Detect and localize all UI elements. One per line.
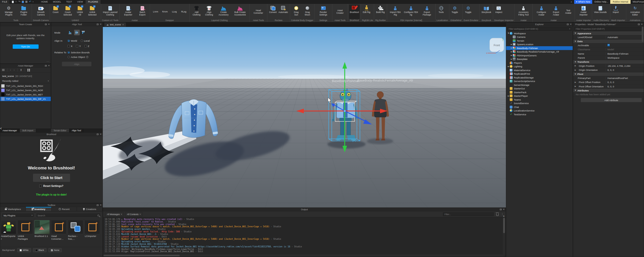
new-file-icon[interactable]: [12, 1, 14, 3]
ribbon-button-edit-rig[interactable]: LITEEdit Rig: [362, 5, 371, 19]
collapse-panel-icon[interactable]: ‹: [0, 126, 2, 131]
asset-item[interactable]: TXT_LCL_Jacket_Denim_001_DIF_V1: [0, 97, 51, 101]
tree-item-soundservice[interactable]: ♪SoundService: [506, 102, 573, 105]
float-icon[interactable]: [638, 24, 640, 25]
tree-item-starterplayer[interactable]: ▶StarterPlayer: [506, 94, 573, 98]
close-icon[interactable]: ✕: [48, 65, 50, 67]
background-none-button[interactable]: None: [48, 248, 62, 252]
axis-y-checkbox[interactable]: [76, 45, 78, 47]
tree-item-chat[interactable]: Chat: [506, 105, 573, 109]
tree-item-serverstorage[interactable]: ServerStorage: [506, 83, 573, 87]
dock-tab-bulk-import[interactable]: Bulk Import: [20, 129, 36, 132]
ribbon-button-test-avatar[interactable]: Test Avatar: [563, 5, 574, 19]
property-value[interactable]: HumanoidRootPart: [606, 77, 644, 79]
tree-item-workspace[interactable]: ▼Workspace: [506, 31, 573, 35]
plugin-tile[interactable]: Brushtool 2.1: [34, 220, 50, 241]
dock-tab-terrain-editor[interactable]: Terrain Editor: [51, 129, 69, 132]
output-filter-input[interactable]: [444, 213, 492, 216]
add-attribute-button[interactable]: Add Attribute: [581, 98, 642, 102]
close-icon[interactable]: ✕: [570, 23, 572, 25]
ribbon-button-drag-moon[interactable]: Drag Moon: [302, 5, 313, 19]
tree-item-camera[interactable]: Camera: [506, 35, 573, 39]
close-icon[interactable]: ✕: [48, 23, 50, 25]
close-icon[interactable]: ✕: [100, 133, 102, 135]
close-icon[interactable]: ✕: [100, 204, 102, 206]
ribbon-button-convert[interactable]: Convert: [268, 5, 277, 19]
ribbon-button-plugins-folder[interactable]: Plugins Folder: [17, 5, 31, 19]
search-input[interactable]: [38, 214, 97, 217]
chevron-open-icon[interactable]: ▼: [507, 32, 510, 34]
plugin-tile[interactable]: Reclass - free,…: [68, 220, 83, 241]
property-section-appearance[interactable]: ▼Appearance: [573, 31, 644, 35]
tree-item-startergui[interactable]: StarterGui: [506, 87, 573, 91]
tree-item-starterpack[interactable]: StarterPack: [506, 90, 573, 94]
explorer-filter-input[interactable]: [509, 28, 569, 30]
ribbon-button-unlink-selected[interactable]: +Unlink Selected: [85, 5, 100, 19]
property-value[interactable]: Workspace: [606, 56, 644, 59]
viewport[interactable]: ☁ test_scene ✕: [103, 22, 506, 207]
ribbon-button-larm[interactable]: LArm: [151, 5, 160, 19]
recently-added-header[interactable]: Recently Added▾: [0, 79, 51, 83]
help-icon[interactable]: ?: [86, 56, 88, 58]
chevron-closed-icon[interactable]: ▶: [507, 95, 510, 97]
property-section-pivot[interactable]: ▼Pivot: [573, 72, 644, 76]
ribbon-button-rleg[interactable]: RLeg: [179, 5, 188, 19]
ribbon-button-asset-creator[interactable]: Asset Creator: [333, 5, 347, 19]
tree-item-lighting[interactable]: ▶Lighting: [506, 65, 573, 69]
tree-item-baseplate[interactable]: ▶Baseplate: [506, 57, 573, 61]
close-icon[interactable]: ✕: [100, 23, 102, 25]
float-icon[interactable]: [97, 134, 98, 135]
username[interactable]: MisoPonye: [633, 1, 644, 3]
reset-settings-checkbox[interactable]: [39, 185, 42, 187]
tree-item-basebody-realisticfemaleaverage-afr[interactable]: ▶BaseBody-RealisticFemaleAverage_Afr: [506, 50, 573, 54]
tree-item-replicatedstorage[interactable]: ReplicatedStorage: [506, 76, 573, 79]
property-value[interactable]: 0, 0, 0: [606, 85, 644, 88]
ribbon-button-add-clothing[interactable]: Add Clothing: [191, 5, 203, 19]
ribbon-button-rarm[interactable]: RArm: [160, 5, 170, 19]
asset-item[interactable]: TXT_LCL_Jacket_Denim_001_MET: [0, 92, 51, 97]
tree-item-teams[interactable]: Teams: [506, 98, 573, 102]
close-tab-icon[interactable]: ✕: [122, 24, 124, 26]
property-value[interactable]: 0, 0, 0: [606, 81, 644, 84]
tree-item-players[interactable]: Players: [506, 61, 573, 65]
chevron-closed-icon[interactable]: ▶: [507, 66, 510, 68]
redo-icon[interactable]: ↷: [18, 1, 20, 3]
property-value[interactable]: BaseBody-Fishman: [606, 52, 644, 55]
float-icon[interactable]: [97, 24, 98, 25]
ribbon-button-accessory-fitting-tool[interactable]: Accessory Fitting Tool: [516, 5, 531, 19]
float-icon[interactable]: [97, 204, 98, 206]
output-vscrollbar[interactable]: ▲: [503, 215, 505, 255]
float-icon[interactable]: [500, 209, 502, 210]
output-log[interactable]: 10:54:06.170 ▸ Baseplate auto-recovery f…: [103, 217, 506, 257]
ribbon-button-count-selected[interactable]: +Count Selected: [60, 5, 75, 19]
asset-item[interactable]: TXT_LCL_Jacket_Denim_001_NOR: [0, 88, 51, 92]
axis-x-checkbox[interactable]: [68, 45, 70, 47]
menu-tab-plugins[interactable]: PLUGINS: [86, 0, 101, 4]
ribbon-button-configure-avatar[interactable]: Configure Avatar: [534, 5, 549, 19]
ribbon-button-tools[interactable]: Tools: [437, 5, 446, 19]
toolbox-tab-recent[interactable]: Recent: [52, 207, 77, 211]
clear-output-icon[interactable]: [496, 213, 499, 216]
toolbox-tab-marketplace[interactable]: Marketplace: [0, 207, 26, 211]
ribbon-button-import[interactable]: Import: [611, 5, 620, 19]
menu-tab-model[interactable]: MODEL: [51, 0, 64, 4]
search-icon[interactable]: [97, 215, 99, 216]
ribbon-button-toggle[interactable]: ⚙Toggle: [450, 5, 459, 19]
online-help-button[interactable]: Online Help...: [594, 1, 608, 3]
toolbox-search[interactable]: [36, 213, 101, 218]
plugin-tile[interactable]: LCImporter: [85, 220, 100, 241]
ribbon-button-avatar-importer[interactable]: Avatar Importer: [576, 5, 591, 19]
menu-icon[interactable]: [2, 69, 5, 70]
tree-item-fbximportgeneric[interactable]: ▶FBXImportGeneric: [506, 54, 573, 57]
tree-item-terrain[interactable]: Terrain: [506, 39, 573, 43]
property-value[interactable]: Model: [606, 48, 644, 51]
context-filter-dropdown[interactable]: All Contexts▾: [125, 212, 142, 216]
scene-tab[interactable]: ☁ test_scene ✕: [104, 23, 126, 27]
chevron-closed-icon[interactable]: ▶: [510, 54, 513, 56]
align-button[interactable]: Align: [62, 62, 91, 66]
toolbox-tab-inventory[interactable]: Inventory: [26, 207, 52, 211]
scene-name[interactable]: test_scene: [2, 75, 14, 77]
align-max-button[interactable]: [81, 30, 86, 35]
ribbon-button-manage-plugins[interactable]: ⚙Manage Plugins: [1, 5, 16, 19]
undo-icon[interactable]: ↶: [29, 1, 31, 3]
